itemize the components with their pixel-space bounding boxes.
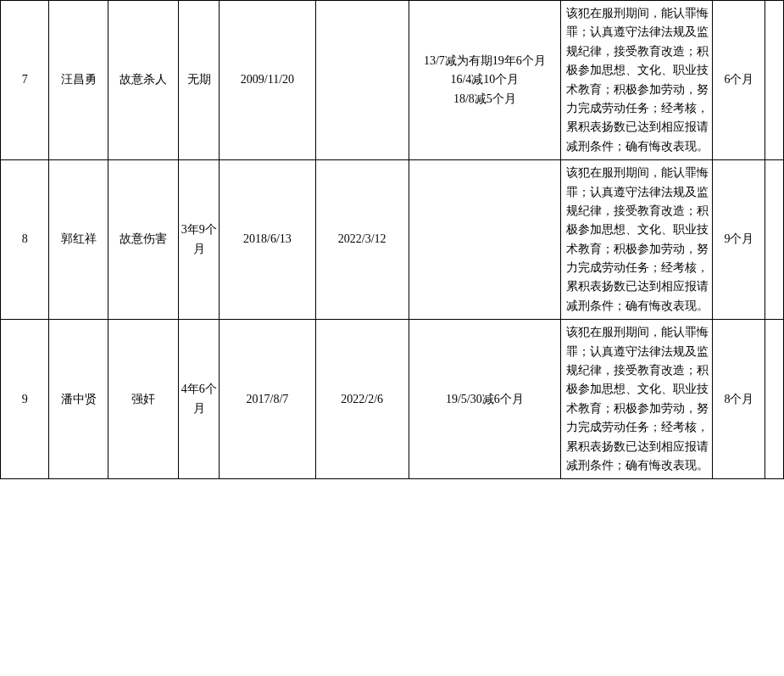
cell-name: 汪昌勇 [49,1,108,160]
cell-description: 该犯在服刑期间，能认罪悔罪；认真遵守法律法规及监规纪律，接受教育改造；积极参加思… [561,320,713,479]
cell-start-date: 2018/6/13 [220,160,316,320]
cell-name: 潘中贤 [49,320,108,479]
table-row: 7汪昌勇故意杀人无期2009/11/2013/7减为有期19年6个月16/4减1… [1,1,784,160]
cell-history [409,160,560,320]
cell-index: 7 [1,1,49,160]
cell-reduction: 9个月 [713,160,765,320]
cell-index: 8 [1,160,49,320]
table-row: 8郭红祥故意伤害3年9个月2018/6/132022/3/12该犯在服刑期间，能… [1,160,784,320]
cell-index: 9 [1,320,49,479]
cell-extra [765,160,784,320]
cell-start-date: 2009/11/20 [220,1,316,160]
cell-description: 该犯在服刑期间，能认罪悔罪；认真遵守法律法规及监规纪律，接受教育改造；积极参加思… [561,1,713,160]
cell-extra [765,320,784,479]
cell-name: 郭红祥 [49,160,108,320]
cell-end-date [315,1,409,160]
cell-crime: 故意伤害 [108,160,179,320]
cell-reduction: 8个月 [713,320,765,479]
cell-history: 19/5/30减6个月 [409,320,560,479]
cell-term: 3年9个月 [179,160,220,320]
cell-extra [765,1,784,160]
cell-term: 4年6个月 [179,320,220,479]
cell-history: 13/7减为有期19年6个月16/4减10个月18/8减5个月 [409,1,560,160]
cell-crime: 强奸 [108,320,179,479]
cell-reduction: 6个月 [713,1,765,160]
table-row: 9潘中贤强奸4年6个月2017/8/72022/2/619/5/30减6个月该犯… [1,320,784,479]
data-table: 7汪昌勇故意杀人无期2009/11/2013/7减为有期19年6个月16/4减1… [0,0,784,479]
cell-crime: 故意杀人 [108,1,179,160]
cell-term: 无期 [179,1,220,160]
cell-end-date: 2022/3/12 [315,160,409,320]
cell-end-date: 2022/2/6 [315,320,409,479]
cell-description: 该犯在服刑期间，能认罪悔罪；认真遵守法律法规及监规纪律，接受教育改造；积极参加思… [561,160,713,320]
cell-start-date: 2017/8/7 [220,320,316,479]
